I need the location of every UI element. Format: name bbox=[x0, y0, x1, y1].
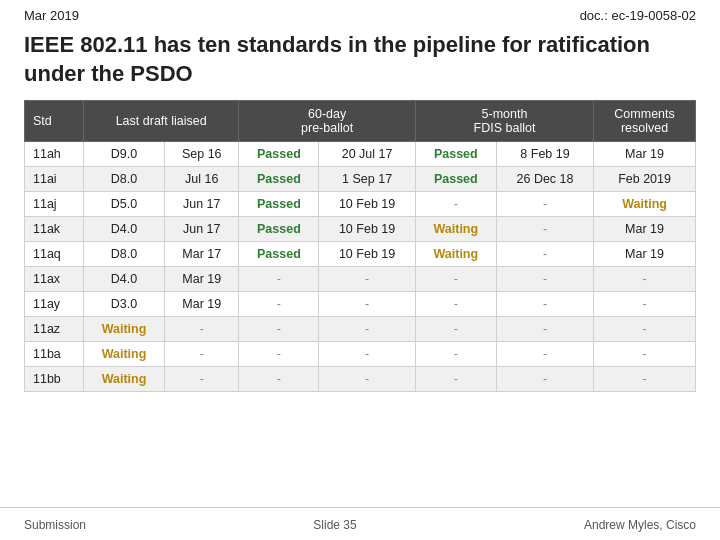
table-cell: Mar 19 bbox=[594, 142, 696, 167]
footer: Submission Slide 35 Andrew Myles, Cisco bbox=[0, 507, 720, 540]
cell-fdis-date: - bbox=[496, 342, 593, 367]
table-row: 11aiD8.0Jul 16Passed1 Sep 17Passed26 Dec… bbox=[25, 167, 696, 192]
title-section: IEEE 802.11 has ten standards in the pip… bbox=[0, 27, 720, 100]
table-cell: Passed bbox=[415, 167, 496, 192]
table-cell: Feb 2019 bbox=[594, 167, 696, 192]
table-cell: Passed bbox=[239, 217, 319, 242]
cell-std: 11ay bbox=[25, 292, 84, 317]
cell-draft-version: Waiting bbox=[83, 367, 164, 392]
page-title: IEEE 802.11 has ten standards in the pip… bbox=[24, 31, 696, 88]
footer-left: Submission bbox=[24, 518, 86, 532]
cell-draft-date: - bbox=[165, 317, 239, 342]
table-cell: Waiting bbox=[415, 217, 496, 242]
cell-std: 11ax bbox=[25, 267, 84, 292]
cell-fdis-date: - bbox=[496, 317, 593, 342]
cell-std: 11az bbox=[25, 317, 84, 342]
doc-label: doc.: ec-19-0058-02 bbox=[580, 8, 696, 23]
table-cell: - bbox=[594, 317, 696, 342]
table-cell: - bbox=[239, 267, 319, 292]
table-cell: - bbox=[239, 342, 319, 367]
cell-ballot-date: 10 Feb 19 bbox=[319, 192, 415, 217]
col-5month: 5-monthFDIS ballot bbox=[415, 101, 593, 142]
cell-std: 11ba bbox=[25, 342, 84, 367]
table-cell: - bbox=[239, 292, 319, 317]
cell-ballot-date: - bbox=[319, 367, 415, 392]
footer-right: Andrew Myles, Cisco bbox=[584, 518, 696, 532]
cell-fdis-date: - bbox=[496, 267, 593, 292]
cell-std: 11aj bbox=[25, 192, 84, 217]
cell-draft-date: Jun 17 bbox=[165, 192, 239, 217]
table-cell: - bbox=[415, 367, 496, 392]
table-cell: Waiting bbox=[594, 192, 696, 217]
cell-draft-version: D9.0 bbox=[83, 142, 164, 167]
table-cell: - bbox=[594, 342, 696, 367]
cell-draft-version: D4.0 bbox=[83, 217, 164, 242]
cell-draft-version: D5.0 bbox=[83, 192, 164, 217]
cell-draft-date: Mar 19 bbox=[165, 267, 239, 292]
table-row: 11ahD9.0Sep 16Passed20 Jul 17Passed8 Feb… bbox=[25, 142, 696, 167]
cell-fdis-date: - bbox=[496, 292, 593, 317]
cell-draft-version: D8.0 bbox=[83, 167, 164, 192]
cell-std: 11ak bbox=[25, 217, 84, 242]
table-cell: - bbox=[415, 292, 496, 317]
cell-ballot-date: - bbox=[319, 267, 415, 292]
col-60day: 60-daypre-ballot bbox=[239, 101, 415, 142]
col-last-draft: Last draft liaised bbox=[83, 101, 239, 142]
table-cell: Waiting bbox=[415, 242, 496, 267]
table-cell: - bbox=[415, 267, 496, 292]
cell-fdis-date: 8 Feb 19 bbox=[496, 142, 593, 167]
cell-fdis-date: - bbox=[496, 217, 593, 242]
cell-ballot-date: - bbox=[319, 292, 415, 317]
standards-table: Std Last draft liaised 60-daypre-ballot … bbox=[24, 100, 696, 392]
table-row: 11akD4.0Jun 17Passed10 Feb 19Waiting-Mar… bbox=[25, 217, 696, 242]
cell-draft-date: - bbox=[165, 342, 239, 367]
table-header-row: Std Last draft liaised 60-daypre-ballot … bbox=[25, 101, 696, 142]
table-row: 11aqD8.0Mar 17Passed10 Feb 19Waiting-Mar… bbox=[25, 242, 696, 267]
table-row: 11bbWaiting------ bbox=[25, 367, 696, 392]
table-cell: - bbox=[415, 317, 496, 342]
date-label: Mar 2019 bbox=[24, 8, 79, 23]
cell-ballot-date: - bbox=[319, 317, 415, 342]
table-row: 11ajD5.0Jun 17Passed10 Feb 19--Waiting bbox=[25, 192, 696, 217]
table-row: 11ayD3.0Mar 19----- bbox=[25, 292, 696, 317]
cell-ballot-date: - bbox=[319, 342, 415, 367]
page: Mar 2019 doc.: ec-19-0058-02 IEEE 802.11… bbox=[0, 0, 720, 540]
top-bar: Mar 2019 doc.: ec-19-0058-02 bbox=[0, 0, 720, 27]
table-row: 11baWaiting------ bbox=[25, 342, 696, 367]
cell-draft-version: Waiting bbox=[83, 342, 164, 367]
cell-std: 11bb bbox=[25, 367, 84, 392]
table-cell: - bbox=[594, 292, 696, 317]
col-comments: Commentsresolved bbox=[594, 101, 696, 142]
table-cell: - bbox=[594, 367, 696, 392]
col-std: Std bbox=[25, 101, 84, 142]
cell-draft-version: D3.0 bbox=[83, 292, 164, 317]
cell-draft-date: Mar 17 bbox=[165, 242, 239, 267]
table-cell: - bbox=[239, 367, 319, 392]
cell-draft-version: D4.0 bbox=[83, 267, 164, 292]
cell-fdis-date: 26 Dec 18 bbox=[496, 167, 593, 192]
cell-draft-date: Jul 16 bbox=[165, 167, 239, 192]
cell-std: 11ah bbox=[25, 142, 84, 167]
table-cell: Passed bbox=[415, 142, 496, 167]
table-cell: - bbox=[415, 342, 496, 367]
table-wrapper: Std Last draft liaised 60-daypre-ballot … bbox=[0, 100, 720, 499]
table-cell: Mar 19 bbox=[594, 217, 696, 242]
cell-ballot-date: 1 Sep 17 bbox=[319, 167, 415, 192]
cell-draft-date: Jun 17 bbox=[165, 217, 239, 242]
table-cell: Passed bbox=[239, 142, 319, 167]
cell-draft-date: Mar 19 bbox=[165, 292, 239, 317]
cell-ballot-date: 10 Feb 19 bbox=[319, 242, 415, 267]
table-body: 11ahD9.0Sep 16Passed20 Jul 17Passed8 Feb… bbox=[25, 142, 696, 392]
cell-fdis-date: - bbox=[496, 242, 593, 267]
cell-fdis-date: - bbox=[496, 367, 593, 392]
cell-ballot-date: 10 Feb 19 bbox=[319, 217, 415, 242]
table-cell: Passed bbox=[239, 242, 319, 267]
cell-draft-version: Waiting bbox=[83, 317, 164, 342]
cell-std: 11ai bbox=[25, 167, 84, 192]
cell-draft-date: Sep 16 bbox=[165, 142, 239, 167]
table-cell: - bbox=[594, 267, 696, 292]
table-cell: Passed bbox=[239, 167, 319, 192]
cell-draft-date: - bbox=[165, 367, 239, 392]
cell-std: 11aq bbox=[25, 242, 84, 267]
cell-draft-version: D8.0 bbox=[83, 242, 164, 267]
